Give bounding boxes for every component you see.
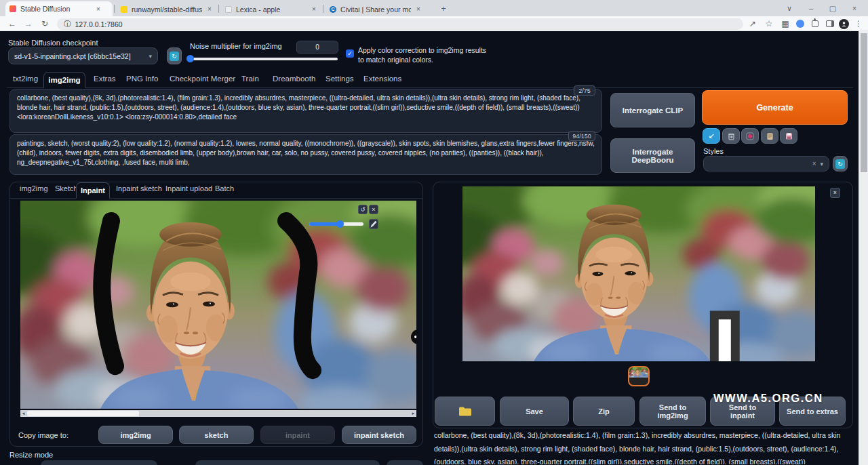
- subtab-inpaint[interactable]: Inpaint: [76, 182, 110, 199]
- noise-slider-handle[interactable]: [186, 55, 194, 62]
- generate-button[interactable]: Generate: [702, 90, 848, 125]
- tab-checkpoint-merger[interactable]: Checkpoint Merger: [170, 75, 235, 83]
- vscroll-thumb[interactable]: [861, 33, 867, 172]
- paste-generation-params-button[interactable]: ↙: [703, 128, 720, 144]
- negative-token-counter: 94/150: [568, 131, 595, 141]
- tab-title: runwayml/stable-diffusion-inpai: [132, 5, 202, 14]
- back-icon[interactable]: ←: [5, 17, 19, 31]
- trash-icon: [728, 132, 735, 140]
- tab-close-icon[interactable]: ×: [311, 5, 317, 13]
- save-button[interactable]: Save: [500, 397, 569, 426]
- canvas-hscrollbar[interactable]: ◂ ▸: [20, 410, 416, 417]
- tab-extras[interactable]: Extras: [94, 75, 116, 83]
- window-minimize-icon[interactable]: –: [800, 4, 822, 12]
- reload-icon[interactable]: ↻: [38, 17, 52, 31]
- generation-info-text: collarbone, (best quality),(8k, 3d),(pho…: [434, 429, 846, 464]
- interrogate-clip-button[interactable]: Interrogate CLIP: [610, 93, 695, 127]
- clear-styles-icon[interactable]: ×: [812, 160, 816, 167]
- inpaint-canvas[interactable]: ↺ ×: [20, 201, 416, 409]
- gallery-thumbnail-selected[interactable]: [628, 366, 650, 386]
- civitai-favicon: C: [330, 6, 336, 13]
- watermark: WWW.A5.ORG.CN: [713, 392, 823, 405]
- copy-image-label: Copy image to:: [18, 431, 68, 439]
- window-maximize-icon[interactable]: ▢: [822, 4, 844, 13]
- tab-close-icon[interactable]: ×: [415, 5, 422, 13]
- folder-icon: [458, 406, 472, 417]
- checkpoint-dropdown[interactable]: sd-v1-5-inpainting.ckpt [c6bbc15e32] ▾: [8, 47, 158, 64]
- site-info-icon[interactable]: ⓘ: [64, 20, 71, 29]
- bookmark-star-icon[interactable]: ☆: [762, 17, 776, 31]
- tab-img2img[interactable]: img2img: [43, 72, 85, 88]
- scroll-right-icon[interactable]: ▸: [410, 411, 416, 416]
- close-gallery-icon[interactable]: ×: [830, 188, 840, 198]
- copy-to-inpaint-button: inpaint: [260, 426, 335, 444]
- browser-tab-runwayml[interactable]: runwayml/stable-diffusion-inpai ×: [117, 3, 217, 16]
- sidebar-icon[interactable]: [823, 17, 837, 31]
- share-icon[interactable]: ↗: [746, 17, 760, 31]
- undo-brush-icon[interactable]: ↺: [358, 205, 368, 214]
- apply-styles-button[interactable]: [761, 128, 778, 144]
- tab-dreambooth[interactable]: Dreambooth: [273, 75, 315, 83]
- brush-slider-handle[interactable]: [336, 220, 344, 228]
- copy-to-inpaint-sketch-button[interactable]: inpaint sketch: [342, 426, 416, 444]
- address-bar[interactable]: ⓘ 127.0.0.1:7860: [57, 18, 743, 30]
- extension-grid-icon[interactable]: ▦: [778, 17, 792, 31]
- browser-tab-civitai[interactable]: C Civitai | Share your models ×: [326, 3, 429, 16]
- extra-networks-button[interactable]: [741, 128, 759, 144]
- styles-dropdown[interactable]: × ▾: [703, 156, 829, 171]
- browser-tab-lexica[interactable]: Lexica - apple ×: [221, 3, 321, 16]
- extensions-puzzle-icon[interactable]: [808, 17, 822, 31]
- resize-mode-option[interactable]: [195, 460, 380, 465]
- clear-image-icon[interactable]: ×: [369, 205, 378, 214]
- main-tabs-underline: [7, 87, 853, 88]
- subtab-img2img[interactable]: img2img: [20, 184, 48, 193]
- tab-train[interactable]: Train: [241, 75, 259, 83]
- subtab-inpaint-upload[interactable]: Inpaint upload: [165, 184, 212, 193]
- zip-button[interactable]: Zip: [573, 397, 635, 426]
- styles-refresh-button[interactable]: ↻: [833, 156, 848, 171]
- result-image[interactable]: [462, 186, 815, 361]
- hscroll-thumb[interactable]: [27, 411, 139, 416]
- noise-multiplier-value[interactable]: 0: [296, 41, 338, 54]
- styles-label: Styles: [703, 147, 724, 155]
- subtab-inpaint-sketch[interactable]: Inpaint sketch: [116, 184, 162, 193]
- open-folder-button[interactable]: [435, 397, 495, 426]
- tab-txt2img[interactable]: txt2img: [13, 75, 38, 83]
- scroll-left-icon[interactable]: ◂: [20, 411, 26, 416]
- chevron-down-icon: ▾: [820, 161, 823, 167]
- save-style-button[interactable]: [780, 128, 797, 144]
- browser-tab-stable-diffusion[interactable]: Stable Diffusion ×: [5, 1, 113, 16]
- negative-prompt-textarea[interactable]: paintings, sketch, (worst quality:2), (l…: [9, 134, 602, 175]
- send-to-img2img-button[interactable]: Send to img2img: [639, 397, 706, 426]
- window-chevron-icon[interactable]: ∨: [778, 4, 800, 13]
- checkpoint-refresh-button[interactable]: ↻: [167, 47, 182, 64]
- tab-close-icon[interactable]: ×: [95, 5, 102, 13]
- noise-multiplier-slider[interactable]: [190, 58, 338, 60]
- clear-prompt-button[interactable]: [722, 128, 740, 144]
- brush-tool-icon[interactable]: [369, 219, 378, 229]
- profile-avatar[interactable]: [837, 17, 850, 31]
- tab-title: Lexica - apple: [236, 5, 307, 14]
- prompt-textarea[interactable]: collarbone, (best quality),(8k, 3d),(pho…: [9, 89, 602, 133]
- forward-icon[interactable]: →: [22, 17, 35, 31]
- extension-blue-icon[interactable]: [793, 17, 807, 31]
- subtab-batch[interactable]: Batch: [215, 184, 234, 193]
- extra-networks-icon: [746, 132, 754, 140]
- browser-menu-icon[interactable]: ⋮: [852, 17, 865, 31]
- resize-mode-option[interactable]: [387, 460, 423, 465]
- subtab-sketch[interactable]: Sketch: [55, 184, 78, 193]
- resize-mode-option[interactable]: [41, 460, 157, 465]
- window-close-icon[interactable]: ×: [844, 4, 865, 12]
- new-tab-button[interactable]: +: [437, 3, 450, 15]
- tab-close-icon[interactable]: ×: [206, 5, 213, 13]
- checkpoint-label: Stable Diffusion checkpoint: [8, 39, 98, 47]
- tab-png-info[interactable]: PNG Info: [126, 75, 158, 83]
- tab-settings[interactable]: Settings: [326, 75, 354, 83]
- resize-mode-label: Resize mode: [9, 451, 53, 459]
- interrogate-deepbooru-button[interactable]: Interrogate DeepBooru: [610, 138, 695, 173]
- color-correction-checkbox[interactable]: ✓: [346, 49, 354, 58]
- page-vscrollbar[interactable]: [859, 31, 868, 465]
- tab-extensions[interactable]: Extensions: [363, 75, 401, 83]
- copy-to-img2img-button[interactable]: img2img: [98, 426, 173, 444]
- copy-to-sketch-button[interactable]: sketch: [179, 426, 254, 444]
